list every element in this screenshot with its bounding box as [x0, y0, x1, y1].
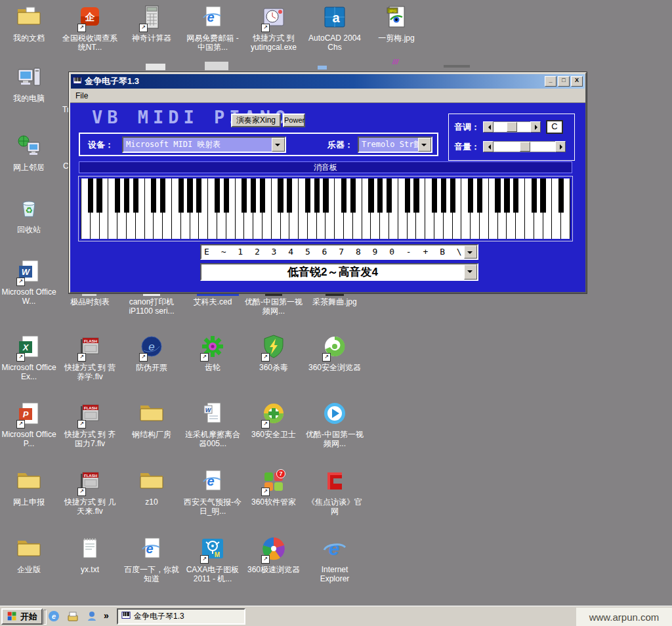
desktop-icon-txt[interactable]: yx.txt: [61, 535, 119, 574]
maximize-button[interactable]: □: [558, 76, 570, 87]
piano-black-key[interactable]: [115, 178, 120, 213]
keymap-dropdown-arrow-icon[interactable]: [464, 245, 477, 259]
piano-black-key[interactable]: [96, 178, 102, 213]
desktop-icon-folder[interactable]: z10: [123, 468, 180, 507]
quick-launch-overflow-chevron[interactable]: »: [104, 610, 109, 621]
desktop-icon-folder[interactable]: 企业版: [0, 535, 58, 574]
desktop-icon-ie[interactable]: eInternet Explorer: [306, 535, 364, 583]
desktop-icon-computer[interactable]: 我的电脑: [0, 64, 58, 103]
desktop-icon-autocad[interactable]: aAutoCAD 2004 Chs: [306, 4, 364, 52]
desktop-icon-antifake[interactable]: e↗防伪开票: [123, 333, 180, 372]
volume-track[interactable]: [494, 141, 555, 152]
desktop-icon-recycle[interactable]: ♻回收站: [0, 196, 58, 234]
piano-black-key[interactable]: [468, 178, 473, 213]
piano-black-key[interactable]: [432, 178, 437, 213]
desktop-icon-calc[interactable]: ↗神奇计算器: [123, 4, 180, 43]
device-combobox[interactable]: Microsoft MIDI 映射表: [122, 136, 286, 153]
piano-black-key[interactable]: [187, 178, 192, 213]
occluded-icon-label[interactable]: 极品时刻表: [61, 297, 119, 306]
range-dropdown-arrow-icon[interactable]: [464, 264, 477, 280]
range-combobox[interactable]: 低音锐2～高音发4: [200, 263, 478, 281]
piano-black-key[interactable]: [124, 178, 129, 213]
desktop-icon-youku[interactable]: 优酷-中国第一视频网...: [306, 400, 364, 448]
piano-black-key[interactable]: [495, 178, 500, 213]
desktop-icon-iedoc[interactable]: e网易免费邮箱 - 中国第...: [184, 4, 242, 52]
window-titlebar[interactable]: 金争电子琴1.3 _ □ X: [71, 74, 585, 89]
quick-launch-msn-icon[interactable]: [85, 610, 98, 625]
pitch-left-arrow-icon[interactable]: [483, 121, 494, 133]
instrument-combobox[interactable]: Tremolo Str颤弓弦: [358, 136, 432, 153]
desktop-icon-folder[interactable]: 网上申报: [0, 468, 58, 507]
desktop-icon-flash[interactable]: FLASH↗快捷方式 到 几天来.flv: [61, 468, 119, 516]
minimize-button[interactable]: _: [545, 76, 556, 87]
quick-launch-mail-icon[interactable]: [66, 610, 79, 625]
piano-black-key[interactable]: [287, 178, 292, 213]
desktop-icon-iedoc[interactable]: e百度一下，你就知道: [123, 535, 180, 583]
desktop-icon-ppt[interactable]: P↗Microsoft Office P...: [0, 400, 58, 448]
piano-black-key[interactable]: [558, 178, 564, 213]
desktop-icon-folder[interactable]: 钢结构厂房: [123, 400, 180, 439]
menu-item-file[interactable]: File: [75, 91, 88, 100]
mute-bar-button[interactable]: 消音板: [79, 161, 572, 173]
pitch-thumb[interactable]: [507, 122, 517, 132]
desktop-icon-jiaodian[interactable]: 《焦点访谈》官网: [306, 468, 364, 516]
piano-black-key[interactable]: [251, 178, 256, 213]
power-button[interactable]: Power: [283, 114, 305, 127]
desktop-icon-soft360[interactable]: 7↗360软件管家: [245, 468, 303, 507]
volume-thumb[interactable]: [520, 142, 530, 152]
piano-black-key[interactable]: [88, 178, 93, 213]
piano-black-key[interactable]: [477, 178, 482, 213]
occluded-icon-label[interactable]: 优酷-中国第一视频网...: [245, 297, 303, 316]
desktop-icon-caxa[interactable]: M↗CAXA电子图板2011 - 机...: [184, 535, 242, 583]
volume-left-arrow-icon[interactable]: [483, 141, 494, 152]
desktop-icon-iedoc[interactable]: e西安天气预报-今日_明...: [184, 468, 242, 516]
occluded-icon-label[interactable]: 采茶舞曲.jpg: [306, 297, 364, 306]
desktop-icon-tax[interactable]: 企↗全国税收调查系统NT...: [61, 4, 119, 52]
pitch-right-arrow-icon[interactable]: [530, 121, 541, 133]
piano-black-key[interactable]: [413, 178, 419, 213]
piano-black-key[interactable]: [341, 178, 346, 213]
taskbar-task-button[interactable]: 金争电子琴1.3: [117, 608, 245, 625]
piano-black-key[interactable]: [242, 178, 247, 213]
piano-black-key[interactable]: [215, 178, 220, 213]
piano-black-key[interactable]: [540, 178, 545, 213]
desktop-icon-worddoc[interactable]: W连采机摩擦离合器005...: [184, 400, 242, 448]
piano-black-key[interactable]: [350, 178, 356, 213]
desktop-icon-sd360[interactable]: ↗360杀毒: [245, 333, 303, 372]
desktop-icon-se360[interactable]: ↗360安全浏览器: [306, 333, 364, 372]
close-button[interactable]: X: [571, 76, 583, 87]
piano-black-key[interactable]: [305, 178, 310, 213]
desktop-icon-flash[interactable]: FLASH↗快捷方式 到 营养学.flv: [61, 333, 119, 381]
piano-black-key[interactable]: [260, 178, 265, 213]
desktop-icon-flash[interactable]: FLASH↗快捷方式 到 齐国力7.flv: [61, 400, 119, 448]
piano-black-key[interactable]: [133, 178, 138, 213]
instrument-dropdown-arrow-icon[interactable]: [418, 138, 431, 152]
piano-black-key[interactable]: [178, 178, 184, 213]
desktop-icon-gear[interactable]: ↗齿轮: [184, 333, 242, 372]
piano-black-key[interactable]: [387, 178, 392, 213]
occluded-icon-label[interactable]: canon打印机 iP1100 seri...: [123, 297, 180, 316]
piano-black-key[interactable]: [368, 178, 373, 213]
keymap-combobox[interactable]: E ~ 1 2 3 4 5 6 7 8 9 0 - + B \ E: [200, 244, 478, 260]
desktop-icon-chrome360[interactable]: ↗360极速浏览器: [245, 535, 303, 574]
piano-black-key[interactable]: [278, 178, 283, 213]
piano-black-key[interactable]: [224, 178, 229, 213]
desktop-icon-excel[interactable]: X↗Microsoft Office Ex...: [0, 333, 58, 381]
volume-right-arrow-icon[interactable]: [555, 141, 566, 152]
piano-black-key[interactable]: [314, 178, 320, 213]
piano-black-key[interactable]: [504, 178, 509, 213]
desktop-icon-safe360[interactable]: ↗360安全卫士: [245, 400, 303, 439]
piano-black-key[interactable]: [377, 178, 383, 213]
piano-black-key[interactable]: [405, 178, 410, 213]
piano-black-key[interactable]: [323, 178, 328, 213]
device-dropdown-arrow-icon[interactable]: [272, 138, 285, 152]
desktop-icon-jpg[interactable]: JPG一剪梅.jpg: [368, 4, 425, 43]
piano-black-key[interactable]: [160, 178, 165, 213]
start-button[interactable]: 开始: [1, 608, 43, 625]
performer-button[interactable]: 演奏家Xing: [231, 114, 281, 127]
pitch-track[interactable]: [494, 121, 530, 133]
occluded-icon-label[interactable]: 艾科夫.ced: [184, 297, 242, 306]
desktop-icon-network[interactable]: 网上邻居: [0, 133, 58, 172]
desktop-icon-mydocs[interactable]: 我的文档: [0, 4, 58, 43]
volume-scrollbar[interactable]: [483, 141, 566, 152]
